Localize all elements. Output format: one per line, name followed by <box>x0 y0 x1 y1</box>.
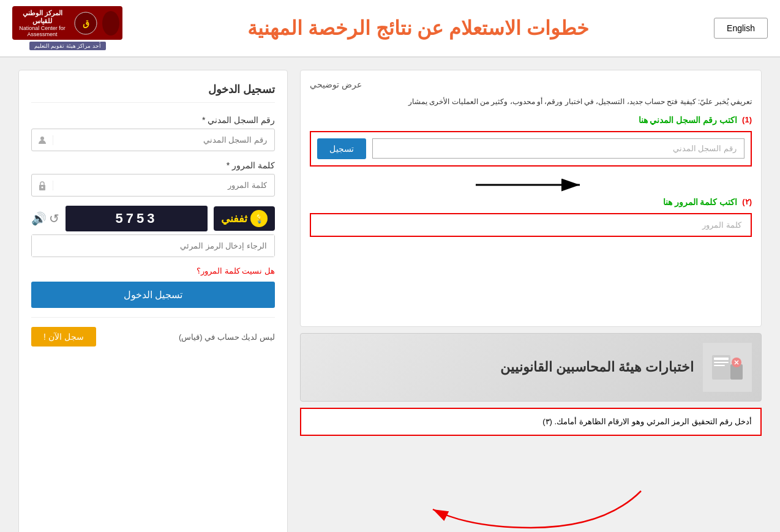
header: English خطوات الاستعلام عن نتائج الرخصة … <box>0 0 780 58</box>
banner-text: اختبارات هيئة المحاسبين القانونيين <box>500 359 694 375</box>
password-input[interactable] <box>53 174 274 196</box>
step3-annotation: أدخل رقم التحقيق الرمز المرئي وهو الارقا… <box>300 408 762 436</box>
svg-rect-6 <box>714 362 729 363</box>
tthaffani-icon: 💡 <box>250 210 268 227</box>
logo-subtitle: National Center for Assessment <box>15 25 69 37</box>
svg-rect-7 <box>714 365 725 366</box>
demo-header: عرض توضيحي <box>310 80 752 89</box>
step2-num: (٢) <box>742 197 752 206</box>
captcha-refresh-icon[interactable]: ↺ <box>49 211 59 226</box>
english-button[interactable]: English <box>714 18 768 39</box>
tthaffani-text: ثففني <box>221 212 247 225</box>
login-submit-button[interactable]: تسجيل الدخول <box>31 282 275 308</box>
id-input-wrapper <box>31 129 275 151</box>
banner-icon <box>703 343 752 392</box>
demo-box: عرض توضيحي تعريفي يُخبر عليّ: كيفية فتح … <box>300 70 762 327</box>
id-input[interactable] <box>53 129 274 151</box>
arrow1 <box>470 173 592 197</box>
logo-area: ق المركز الوطني للقياس National Center f… <box>12 6 122 50</box>
captcha-actions: ↺ 🔊 <box>31 211 59 226</box>
step1-label: اكتب رقم السجل المدني هنا <box>639 115 738 125</box>
login-title: تسجيل الدخول <box>31 83 275 103</box>
no-account-text: ليس لديك حساب في (قياس) <box>179 332 275 342</box>
forgot-password-link[interactable]: هل نسيت كلمة المرور؟ <box>197 266 275 275</box>
password-form-group: كلمة المرور * <box>31 160 275 197</box>
forgot-password-row: هل نسيت كلمة المرور؟ <box>31 266 275 275</box>
login-panel: تسجيل الدخول رقم السجل المدني * كلمة الم… <box>18 70 288 532</box>
step1-num: (1) <box>742 115 752 124</box>
logo-title: المركز الوطني للقياس <box>15 9 69 25</box>
tutorial-panel: عرض توضيحي تعريفي يُخبر عليّ: كيفية فتح … <box>300 70 762 532</box>
captcha-display: 5753 <box>66 206 208 231</box>
captcha-input[interactable] <box>32 235 274 257</box>
page-title: خطوات الاستعلام عن نتائج الرخصة المهنية <box>122 17 714 40</box>
step4-arrow <box>408 485 653 532</box>
captcha-row: 💡 ثففني 5753 ↺ 🔊 <box>31 206 275 231</box>
tthaffani-logo: 💡 ثففني <box>214 206 275 231</box>
step2-label: اكتب كلمة المرور هنا <box>663 197 738 207</box>
step2-area: كلمة المرور <box>310 213 752 237</box>
svg-text:ق: ق <box>83 18 89 29</box>
svg-rect-5 <box>714 358 729 360</box>
id-form-group: رقم السجل المدني * <box>31 115 275 151</box>
login-btn-mock[interactable]: تسجيل <box>317 138 366 159</box>
step4-area: اضغط على كلمة تسجيل الدخول ( ٤ ) <box>300 485 762 532</box>
password-input-wrapper <box>31 174 275 197</box>
svg-point-15 <box>42 186 43 188</box>
person-icon <box>32 135 53 145</box>
captcha-input-wrapper <box>31 234 275 257</box>
step1-area: رقم السجل المدني تسجيل <box>310 131 752 167</box>
id-input-mock: رقم السجل المدني <box>372 138 744 159</box>
logo-subtext: أحد مراكز هيئة تقويم التعليم <box>29 42 106 50</box>
captcha-audio-icon[interactable]: 🔊 <box>31 211 47 226</box>
demo-description: تعريفي يُخبر عليّ: كيفية فتح حساب جديد، … <box>310 96 752 109</box>
password-label: كلمة المرور * <box>31 160 275 170</box>
id-label: رقم السجل المدني * <box>31 115 275 125</box>
bottom-banner: اختبارات هيئة المحاسبين القانونيين <box>300 333 762 402</box>
logo-box: ق المركز الوطني للقياس National Center f… <box>12 6 122 40</box>
main-content: عرض توضيحي تعريفي يُخبر عليّ: كيفية فتح … <box>0 58 780 532</box>
lock-icon <box>32 181 53 190</box>
captcha-form-group: 💡 ثففني 5753 ↺ 🔊 <box>31 206 275 257</box>
page-wrapper: English خطوات الاستعلام عن نتائج الرخصة … <box>0 0 780 532</box>
register-now-button[interactable]: سجل الآن ! <box>31 327 96 347</box>
svg-point-13 <box>40 137 44 140</box>
register-row: ليس لديك حساب في (قياس) سجل الآن ! <box>31 317 275 347</box>
